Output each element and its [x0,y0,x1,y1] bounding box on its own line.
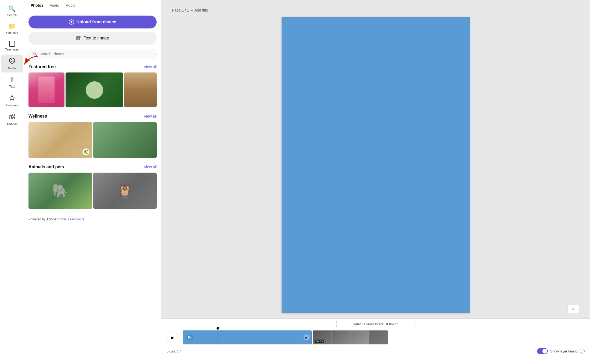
sidebar-item-label: Elements [6,104,18,107]
sidebar-item-addons[interactable]: Add-ons [1,111,23,128]
timeline-clip-2[interactable]: 52.3s [313,330,388,344]
sidebar-item-label: Add-ons [6,122,17,126]
featured-free-title: Featured free [28,64,56,69]
addons-icon [9,113,15,121]
elements-icon [9,94,15,103]
photo-item[interactable]: 🦉 [93,173,157,209]
timeline-playhead [218,328,218,347]
page-label: Page 1 / 1 [172,8,189,12]
play-icon: ▶ [171,335,174,340]
folder-icon: 📁 [8,23,16,30]
timeline-area: Select a layer to adjust timing ▶ 5s ▶ [161,318,590,364]
collapse-btn-container: ∨ [567,305,579,313]
clip-expand-button[interactable]: ▶ [304,334,310,340]
ai-icon [76,35,81,41]
clip2-duration: 52.3s [315,340,324,343]
show-timing-row: Show layer timing i [537,348,585,354]
animals-pets-title: Animals and pets [28,165,64,169]
animals-pets-grid: 🐘 🦉 [28,173,157,209]
text-icon: T [10,76,14,84]
sidebar-item-label: Templates [5,48,19,51]
svg-rect-7 [77,37,80,40]
clip2-thumbnails [313,330,388,344]
info-icon[interactable]: i [580,349,585,354]
media-panel: Photos Video Audio Upload from device [24,0,161,364]
canvas-area: Page 1 / 1 – Add title ∨ [161,0,590,318]
search-icon: 🔍 [32,52,38,57]
panel-content: Upload from device Text to image 🔍 Featu… [24,11,161,364]
timeline-controls: ▶ 5s ▶ [161,328,590,347]
svg-point-1 [11,59,12,60]
photo-item[interactable] [28,72,64,107]
wellness-title: Wellness [28,114,47,119]
powered-by: Powered by Adobe Stock. Learn more. [28,215,157,223]
upload-from-device-button[interactable]: Upload from device [28,16,157,28]
timeline-clip-1[interactable]: 5s ▶ [183,330,312,344]
photo-item[interactable]: 🐘 [28,173,92,209]
photo-item[interactable]: 🌿 [28,122,92,158]
featured-free-view-all[interactable]: View all [144,65,157,69]
sidebar-item-label: Search [7,13,17,17]
toggle-knob [542,349,547,354]
show-timing-toggle[interactable] [537,348,548,354]
separator: – [191,8,193,12]
sidebar-item-label: Media [8,67,16,70]
upload-icon [69,19,74,25]
svg-rect-3 [13,114,15,116]
tab-audio[interactable]: Audio [64,0,78,11]
text-to-image-button[interactable]: Text to image [28,32,157,45]
animals-pets-header: Animals and pets View all [28,165,157,169]
tab-photos[interactable]: Photos [28,0,45,11]
svg-rect-2 [10,115,12,119]
search-container: 🔍 [28,49,157,59]
photo-item[interactable] [93,122,157,158]
search-icon: 🔍 [8,5,16,12]
sidebar: 🔍 Search 📁 Your stuff Templates Media T … [0,0,24,364]
add-title[interactable]: Add title [195,8,208,12]
sidebar-item-templates[interactable]: Templates [1,38,23,54]
tab-video[interactable]: Video [48,0,62,11]
timeline-hint: Select a layer to adjust timing [353,322,398,326]
photo-item[interactable] [124,72,157,107]
sidebar-item-text[interactable]: T Text [1,74,23,91]
sidebar-item-search[interactable]: 🔍 Search [1,3,23,19]
sidebar-item-elements[interactable]: Elements [1,92,23,110]
wellness-grid: 🌿 [28,122,157,158]
animals-pets-view-all[interactable]: View all [144,165,157,169]
timeline-bottom: 0:02/0:57 Show layer timing i [161,347,590,357]
time-display: 0:02/0:57 [167,349,181,353]
panel-tabs: Photos Video Audio [24,0,161,11]
sidebar-item-label: Your stuff [6,31,18,34]
playhead-top [217,327,219,330]
featured-free-header: Featured free View all [28,64,157,69]
timeline-track: 5s ▶ 52.3s [183,330,585,344]
sidebar-item-your-stuff[interactable]: 📁 Your stuff [1,20,23,37]
photo-item[interactable] [66,72,123,107]
featured-free-grid [28,72,157,107]
media-icon [9,57,15,65]
wellness-view-all[interactable]: View all [144,114,157,118]
wellness-header: Wellness View all [28,114,157,119]
search-input[interactable] [28,49,157,59]
collapse-button[interactable]: ∨ [567,305,579,313]
sidebar-item-label: Text [9,85,15,88]
learn-more-link[interactable]: Learn more. [68,217,85,221]
canvas-frame [282,17,470,313]
collapse-icon: ∨ [572,307,575,311]
sidebar-item-media[interactable]: Media [1,55,23,72]
clip1-duration: 5s [186,335,193,340]
templates-icon [9,41,15,47]
svg-rect-4 [13,117,15,119]
play-button[interactable]: ▶ [167,332,178,343]
page-title-bar: Page 1 / 1 – Add title [172,8,579,12]
show-timing-label: Show layer timing [550,349,578,353]
main-area: Page 1 / 1 – Add title ∨ Select a layer … [161,0,590,364]
